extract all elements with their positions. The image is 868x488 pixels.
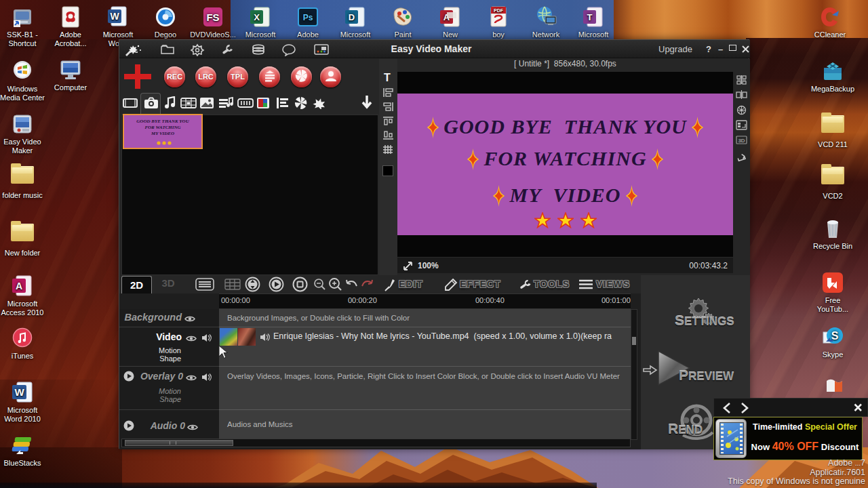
svg-text:W: W (14, 386, 24, 398)
svg-text:X: X (254, 12, 260, 22)
svg-text:PDF: PDF (494, 8, 504, 13)
svg-text:D: D (349, 12, 355, 22)
svg-text:Ps: Ps (303, 13, 313, 22)
svg-text:3D: 3D (738, 138, 745, 144)
svg-text:FS: FS (206, 12, 219, 23)
svg-text:T: T (587, 12, 593, 22)
svg-text:W: W (110, 11, 119, 22)
svg-text:A: A (16, 281, 22, 291)
